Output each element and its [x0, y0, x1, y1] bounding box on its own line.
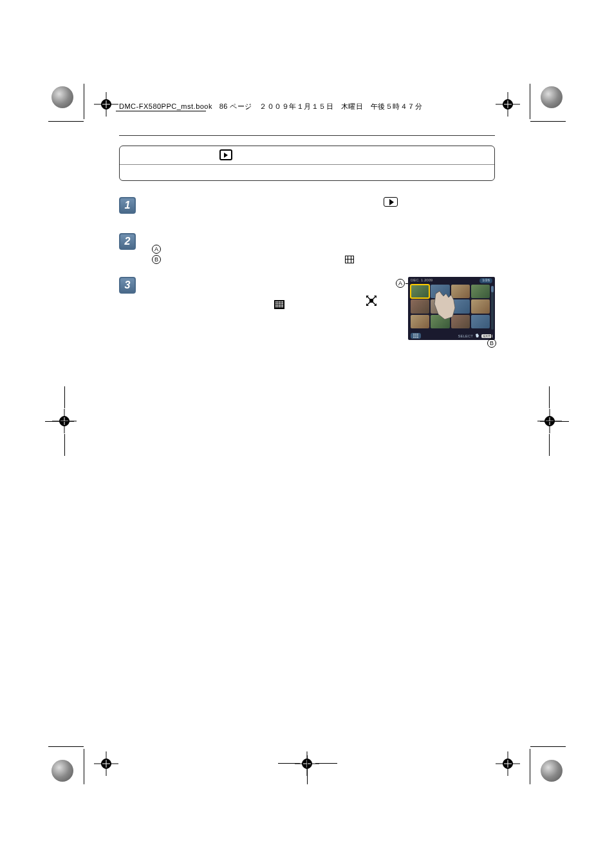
svg-line-29: [367, 297, 370, 299]
label-b-icon: B: [152, 255, 161, 264]
registration-cross-icon: [93, 751, 119, 777]
step-2: 2 A B: [119, 233, 495, 264]
svg-rect-16: [281, 303, 282, 304]
thumbnail-cell: [431, 285, 449, 298]
crop-line: [549, 434, 550, 456]
crop-line: [549, 386, 550, 408]
crop-line: [64, 386, 65, 408]
crop-line: [530, 749, 530, 784]
thumbnail-cell: [431, 315, 449, 328]
page-content: 1 2 A B: [119, 135, 495, 361]
thumbnail-scrollbar: [491, 286, 494, 330]
svg-rect-15: [279, 303, 280, 304]
thumbnail-cell: [451, 299, 470, 313]
registration-sphere-br: [541, 760, 563, 782]
multi-thumbnail-icon: [345, 256, 354, 263]
crop-line: [84, 84, 84, 119]
svg-line-30: [373, 297, 375, 299]
content-top-rule: [119, 135, 495, 136]
page-metadata-header: DMC-FX580PPC_mst.book 86 ページ ２００９年１月１５日 …: [116, 100, 498, 113]
thumbnail-cell: [451, 285, 470, 298]
crop-line: [45, 421, 74, 422]
svg-rect-5: [348, 259, 351, 263]
svg-rect-13: [275, 303, 277, 304]
step-number-1: 1: [119, 197, 136, 214]
step-number-2: 2: [119, 233, 136, 250]
thumbnail-cell: [411, 299, 429, 313]
thumbnail-cell: [451, 315, 470, 328]
svg-rect-22: [282, 305, 283, 306]
filename-text: DMC-FX580PPC_mst.book: [119, 102, 212, 110]
svg-rect-12: [282, 301, 283, 303]
svg-rect-27: [282, 307, 283, 308]
label-a-icon: A: [152, 245, 161, 254]
svg-rect-18: [275, 305, 277, 306]
thumbnail-counter: 1/26: [479, 278, 492, 283]
thumbnail-grid: [408, 285, 495, 328]
callout-a-letter: A: [396, 279, 405, 288]
svg-rect-1: [346, 256, 348, 259]
callout-b-line: [491, 334, 492, 339]
lcd-screenshot: DEC. 1.2009 1/26: [408, 277, 495, 340]
svg-rect-17: [282, 303, 283, 304]
crop-line: [530, 121, 566, 122]
step-1: 1: [119, 197, 495, 214]
svg-rect-23: [275, 307, 277, 308]
registration-cross-icon: [495, 91, 521, 117]
callout-a-label: A: [396, 279, 405, 288]
expand-arrows-icon: [366, 296, 377, 306]
title-divider: [120, 164, 494, 165]
svg-rect-4: [346, 259, 348, 263]
svg-rect-11: [281, 301, 282, 303]
crop-line: [84, 749, 84, 784]
svg-rect-19: [277, 305, 279, 306]
thumbnail-cell: [411, 285, 429, 298]
thumbnail-cell: [411, 315, 429, 328]
crop-line: [530, 746, 566, 747]
crop-line: [315, 763, 337, 764]
step-3: 3 A: [119, 277, 495, 341]
svg-line-32: [373, 302, 375, 305]
touch-small-icon: [475, 334, 479, 338]
svg-rect-3: [351, 256, 353, 259]
thumbnail-select-label: SELECT: [458, 334, 473, 338]
crop-line: [64, 434, 65, 456]
thumbnail-cell: [471, 315, 490, 328]
filename-underline: [116, 111, 206, 111]
thumbnail-cell: [471, 285, 490, 298]
crop-line: [530, 84, 530, 119]
title-box: [119, 146, 495, 181]
registration-sphere-bl: [51, 760, 73, 782]
crop-line: [48, 121, 84, 122]
thumbnail-cell: [431, 299, 449, 313]
playback-mode-icon: [219, 149, 232, 160]
thumbnail-grid-button: [411, 333, 421, 339]
svg-rect-24: [277, 307, 279, 308]
crop-line: [307, 755, 308, 784]
crop-line: [540, 421, 569, 422]
svg-rect-20: [279, 305, 280, 306]
svg-rect-6: [351, 259, 353, 263]
crop-line: [278, 763, 300, 764]
callout-b-letter: B: [487, 339, 496, 348]
svg-rect-2: [348, 256, 351, 259]
thirty-grid-icon: [274, 300, 284, 309]
play-button-icon: [384, 197, 398, 207]
svg-rect-21: [281, 305, 282, 306]
svg-rect-25: [279, 307, 280, 308]
thumbnail-cell: [471, 299, 490, 313]
registration-cross-icon: [495, 751, 521, 777]
svg-rect-33: [413, 334, 418, 338]
svg-rect-26: [281, 307, 282, 308]
svg-line-31: [367, 302, 370, 305]
svg-rect-8: [275, 301, 277, 303]
crop-line: [48, 746, 84, 747]
svg-rect-14: [277, 303, 279, 304]
step-number-3: 3: [119, 277, 136, 294]
registration-sphere-tl: [51, 86, 73, 108]
svg-rect-10: [279, 301, 280, 303]
thumbnail-date: DEC. 1.2009: [411, 278, 433, 283]
svg-rect-9: [277, 301, 279, 303]
registration-cross-icon: [93, 91, 119, 117]
page-date-text: 86 ページ ２００９年１月１５日 木曜日 午後５時４７分: [219, 102, 423, 110]
